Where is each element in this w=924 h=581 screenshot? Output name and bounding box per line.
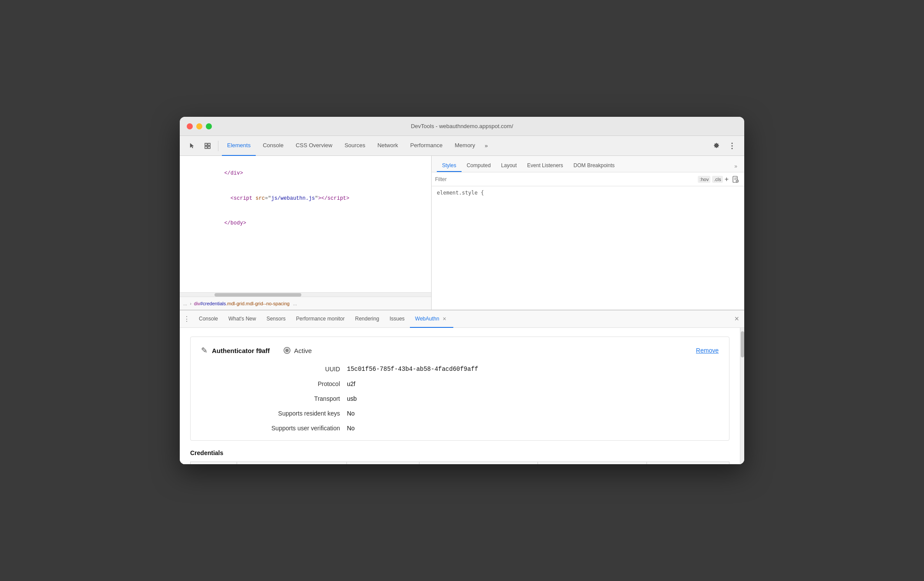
tab-layout[interactable]: Layout (496, 160, 522, 172)
active-radio[interactable]: Active (284, 347, 312, 354)
user-verification-value: No (340, 425, 719, 432)
styles-content: element.style { (432, 186, 744, 199)
active-label: Active (294, 347, 312, 354)
add-style-rule-icon[interactable]: + (725, 175, 729, 183)
right-scrollbar[interactable] (740, 328, 744, 464)
close-button[interactable] (187, 123, 193, 129)
uuid-label: UUID (218, 366, 340, 373)
breadcrumb-bar: ... › div#credentials.mdl-grid.mdl-grid-… (180, 297, 431, 310)
dom-panel: </div> <script src="js/webauthn.js"></sc… (180, 156, 432, 310)
user-verification-label: Supports user verification (218, 425, 340, 432)
tab-memory[interactable]: Memory (449, 136, 480, 156)
tab-dom-breakpoints[interactable]: DOM Breakpoints (568, 160, 620, 172)
remove-authenticator-button[interactable]: Remove (696, 347, 719, 354)
resident-keys-value: No (340, 410, 719, 417)
settings-icon[interactable] (710, 139, 723, 153)
inspect-icon[interactable] (201, 139, 214, 153)
credentials-header-row: ID Is Resident RP ID User Handle Sign Co… (191, 462, 729, 465)
drawer-tab-console[interactable]: Console (194, 310, 223, 328)
dom-content: </div> <script src="js/webauthn.js"></sc… (180, 156, 431, 292)
breadcrumb-more[interactable]: ... (293, 301, 297, 306)
col-sign-count: Sign Count (538, 462, 647, 465)
resident-keys-label: Supports resident keys (218, 410, 340, 417)
col-rp-id: RP ID (346, 462, 419, 465)
drawer-tab-rendering[interactable]: Rendering (350, 310, 384, 328)
styles-panel: Styles Computed Layout Event Listeners D… (432, 156, 744, 310)
dom-line-2: <script src="js/webauthn.js"></script> (187, 186, 424, 211)
element-style-text: element.style { (437, 190, 484, 196)
cls-toggle[interactable]: .cls (712, 176, 723, 183)
drawer-tab-sensors[interactable]: Sensors (261, 310, 291, 328)
tab-sources[interactable]: Sources (339, 136, 370, 156)
drawer-content: ✎ Authenticator f9aff Active Remove (180, 328, 744, 464)
tab-styles[interactable]: Styles (437, 160, 462, 172)
drawer-tabs: ⋮ Console What's New Sensors Performance… (180, 310, 744, 328)
drawer-tab-issues[interactable]: Issues (384, 310, 410, 328)
main-toolbar: Elements Console CSS Overview Sources Ne… (180, 136, 744, 156)
minimize-button[interactable] (196, 123, 202, 129)
horizontal-scrollbar[interactable] (180, 292, 431, 297)
credentials-table: ID Is Resident RP ID User Handle Sign Co… (190, 462, 729, 464)
col-user-handle: User Handle (419, 462, 538, 465)
bottom-drawer: ⋮ Console What's New Sensors Performance… (180, 310, 744, 464)
toolbar-separator (218, 141, 218, 151)
drawer-tab-webauthn[interactable]: WebAuthn × (410, 310, 453, 328)
auth-header: ✎ Authenticator f9aff Active Remove (201, 346, 719, 355)
col-id: ID (191, 462, 237, 465)
panels-row: </div> <script src="js/webauthn.js"></sc… (180, 156, 744, 310)
radio-inner (285, 349, 289, 352)
scroll-thumb[interactable] (741, 331, 744, 357)
close-webauthn-tab-icon[interactable]: × (441, 315, 448, 322)
scrollbar-thumb[interactable] (214, 293, 301, 297)
new-style-file-icon[interactable] (730, 174, 741, 185)
drawer-tab-whats-new[interactable]: What's New (223, 310, 261, 328)
uuid-value: 15c01f56-785f-43b4-ab58-4facd60f9aff (340, 366, 719, 373)
styles-filter-bar: :hov .cls + (432, 172, 744, 186)
tab-console[interactable]: Console (257, 136, 289, 156)
protocol-label: Protocol (218, 380, 340, 387)
credentials-title: Credentials (190, 449, 729, 456)
tab-network[interactable]: Network (372, 136, 403, 156)
drawer-tab-performance-monitor[interactable]: Performance monitor (291, 310, 350, 328)
tab-performance[interactable]: Performance (405, 136, 448, 156)
transport-value: usb (340, 395, 719, 402)
cursor-icon[interactable] (185, 139, 199, 153)
credentials-table-head: ID Is Resident RP ID User Handle Sign Co… (191, 462, 729, 465)
more-styles-tabs-icon[interactable]: » (733, 161, 739, 172)
svg-point-6 (732, 148, 733, 149)
col-is-resident: Is Resident (237, 462, 346, 465)
dom-line-1: </div> (187, 161, 424, 186)
styles-tabs: Styles Computed Layout Event Listeners D… (432, 156, 744, 172)
auth-details: UUID 15c01f56-785f-43b4-ab58-4facd60f9af… (218, 366, 719, 432)
svg-rect-2 (208, 143, 210, 145)
titlebar: DevTools - webauthndemo.appspot.com/ (180, 117, 744, 136)
svg-rect-1 (205, 146, 207, 149)
svg-rect-3 (208, 146, 210, 149)
tab-event-listeners[interactable]: Event Listeners (522, 160, 568, 172)
tab-css-overview[interactable]: CSS Overview (290, 136, 338, 156)
col-actions: Actions (647, 462, 729, 465)
drawer-three-dots-icon[interactable]: ⋮ (183, 315, 190, 323)
breadcrumb-dots[interactable]: ... (183, 301, 187, 306)
authenticator-title: Authenticator f9aff (212, 347, 270, 354)
tab-elements[interactable]: Elements (222, 136, 256, 156)
svg-rect-0 (205, 143, 207, 145)
window-controls (187, 123, 212, 129)
svg-point-5 (732, 145, 733, 146)
maximize-button[interactable] (206, 123, 212, 129)
close-drawer-icon[interactable]: × (733, 313, 741, 325)
more-tabs-icon[interactable]: » (482, 142, 490, 149)
styles-filter-input[interactable] (435, 176, 698, 182)
edit-authenticator-icon[interactable]: ✎ (201, 346, 208, 355)
authenticator-section: ✎ Authenticator f9aff Active Remove (190, 337, 729, 441)
hov-toggle[interactable]: :hov (698, 176, 710, 183)
webauthn-panel: ✎ Authenticator f9aff Active Remove (180, 328, 740, 464)
tab-computed[interactable]: Computed (462, 160, 496, 172)
breadcrumb-item[interactable]: div#credentials.mdl-grid.mdl-grid--no-sp… (194, 301, 290, 306)
protocol-value: u2f (340, 380, 719, 387)
credentials-section: Credentials ID Is Resident RP ID User Ha… (190, 449, 729, 464)
more-options-icon[interactable] (725, 139, 739, 153)
svg-point-4 (732, 142, 733, 144)
transport-label: Transport (218, 395, 340, 402)
dom-line-3: </body> (187, 211, 424, 236)
